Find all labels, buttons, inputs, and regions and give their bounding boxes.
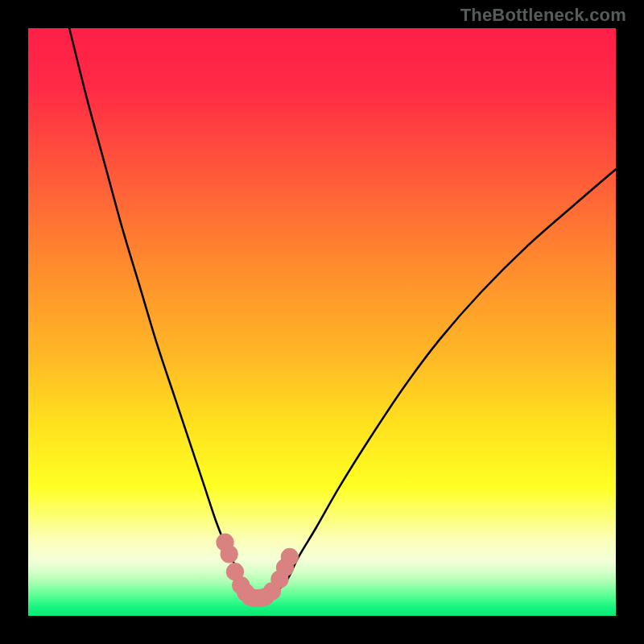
plot-area xyxy=(28,28,616,616)
highlight-dots xyxy=(217,534,298,607)
watermark-text: TheBottleneck.com xyxy=(460,5,626,26)
chart-svg xyxy=(28,28,616,616)
chart-frame: TheBottleneck.com xyxy=(0,0,644,644)
bottleneck-curve xyxy=(69,28,616,599)
highlight-dot xyxy=(281,548,298,565)
highlight-dot xyxy=(221,546,237,563)
